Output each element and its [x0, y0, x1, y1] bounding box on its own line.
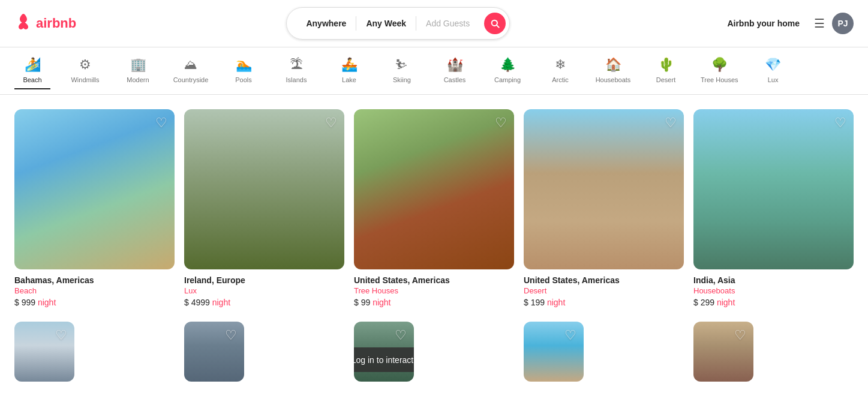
wishlist-button-ireland[interactable]: ♡ [325, 116, 337, 130]
listing-category-bahamas: Beach [14, 286, 175, 295]
wishlist-button-india[interactable]: ♡ [834, 116, 846, 130]
category-label-desert: Desert [656, 76, 675, 83]
category-item-countryside[interactable]: ⛰ Countryside [173, 57, 209, 89]
listing-price-india: $ 299 night [693, 298, 854, 307]
search-add-guests[interactable]: Add Guests [416, 19, 479, 28]
listing-price-unit-usa-desert: night [547, 298, 565, 307]
partial-listing-card-villa[interactable]: ♡ [693, 322, 854, 382]
svg-line-1 [497, 25, 499, 28]
partial-listing-card-beach2[interactable]: ♡ [524, 322, 684, 382]
category-label-pools: Pools [235, 76, 252, 83]
partial-listing-card-mountain2[interactable]: ♡ [184, 322, 344, 382]
category-item-skiing[interactable]: ⛷ Skiing [384, 57, 420, 89]
avatar[interactable]: PJ [832, 13, 854, 34]
category-item-arctic[interactable]: ❄ Arctic [542, 57, 578, 89]
category-icon-skiing: ⛷ [395, 57, 409, 73]
category-icon-pools: 🏊 [236, 57, 252, 73]
partial-listing-card-forest[interactable]: ♡ → Log in to interact ··· [354, 322, 514, 382]
category-item-beach[interactable]: 🏄 Beach [14, 57, 50, 89]
partial-listing-image-beach2: ♡ [524, 322, 584, 382]
category-item-camping[interactable]: 🌲 Camping [489, 57, 525, 89]
category-icon-houseboats: 🏠 [605, 57, 621, 73]
search-bar: Anywhere Any Week Add Guests [286, 7, 510, 40]
header-right: Airbnb your home ☰ PJ [720, 13, 854, 34]
listing-location-bahamas: Bahamas, Americas [14, 275, 175, 285]
logo[interactable]: airbnb [14, 13, 76, 35]
wishlist-button-usa-tree[interactable]: ♡ [495, 116, 507, 130]
listing-image-usa-tree: ♡ [354, 109, 514, 269]
category-item-windmills[interactable]: ⚙ Windmills [67, 57, 103, 89]
category-label-arctic: Arctic [552, 76, 569, 83]
partial-listing-image-forest: ♡ → Log in to interact ··· [354, 322, 414, 382]
partial-listing-image-mountain1: ♡ [14, 322, 74, 382]
partial-listing-image-mountain2: ♡ [184, 322, 244, 382]
wishlist-button-bahamas[interactable]: ♡ [155, 116, 167, 130]
listing-category-india: Houseboats [693, 286, 854, 295]
listing-price-ireland: $ 4999 night [184, 298, 344, 307]
listing-location-ireland: Ireland, Europe [184, 275, 344, 285]
category-icon-tree-houses: 🌳 [711, 57, 728, 73]
category-icon-arctic: ❄ [555, 57, 566, 73]
menu-button[interactable]: ☰ [814, 16, 825, 31]
category-item-lux[interactable]: 💎 Lux [755, 57, 791, 89]
partial-wishlist-button-beach2[interactable]: ♡ [564, 329, 576, 342]
category-item-houseboats[interactable]: 🏠 Houseboats [595, 57, 631, 89]
category-label-skiing: Skiing [393, 76, 411, 83]
header: airbnb Anywhere Any Week Add Guests Airb… [0, 0, 868, 47]
logo-text: airbnb [36, 16, 76, 31]
listing-card-india[interactable]: ♡ India, Asia Houseboats $ 299 night [693, 109, 854, 307]
airbnb-home-button[interactable]: Airbnb your home [720, 14, 807, 33]
partial-wishlist-button-forest[interactable]: ♡ [395, 329, 407, 342]
listing-price-unit-ireland: night [212, 298, 230, 307]
listing-image-ireland: ♡ [184, 109, 344, 269]
listing-card-bahamas[interactable]: ♡ Bahamas, Americas Beach $ 999 night [14, 109, 175, 307]
category-icon-desert: 🌵 [658, 57, 674, 73]
category-label-castles: Castles [444, 76, 466, 83]
partial-wishlist-button-mountain2[interactable]: ♡ [225, 329, 237, 342]
category-icon-windmills: ⚙ [79, 57, 91, 73]
category-icon-modern: 🏢 [130, 57, 146, 73]
category-item-castles[interactable]: 🏰 Castles [437, 57, 473, 89]
category-item-modern[interactable]: 🏢 Modern [120, 57, 156, 89]
category-icon-countryside: ⛰ [184, 57, 197, 73]
listing-card-usa-desert[interactable]: ♡ United States, Americas Desert $ 199 n… [524, 109, 684, 307]
partial-listing-card-mountain1[interactable]: ♡ [14, 322, 175, 382]
listing-location-usa-desert: United States, Americas [524, 275, 684, 285]
listing-category-usa-desert: Desert [524, 286, 684, 295]
category-icon-camping: 🌲 [500, 57, 516, 73]
category-icon-islands: 🏝 [290, 57, 303, 73]
listing-info-usa-desert: United States, Americas Desert $ 199 nig… [524, 269, 684, 307]
listing-grid: ♡ Bahamas, Americas Beach $ 999 night ♡ … [14, 109, 854, 307]
category-item-pools[interactable]: 🏊 Pools [226, 57, 262, 89]
partial-wishlist-button-mountain1[interactable]: ♡ [55, 329, 67, 342]
search-button[interactable] [484, 13, 506, 34]
category-item-tree-houses[interactable]: 🌳 Tree Houses [701, 57, 738, 89]
search-any-week[interactable]: Any Week [356, 19, 416, 28]
category-item-islands[interactable]: 🏝 Islands [278, 57, 314, 89]
login-overlay[interactable]: → Log in to interact ··· [354, 347, 414, 372]
listing-info-india: India, Asia Houseboats $ 299 night [693, 269, 854, 307]
partial-wishlist-button-villa[interactable]: ♡ [734, 329, 746, 342]
listing-price-unit-india: night [717, 298, 735, 307]
listing-image-bahamas: ♡ [14, 109, 175, 269]
search-anywhere[interactable]: Anywhere [296, 19, 356, 28]
listing-image-india: ♡ [693, 109, 854, 269]
category-label-countryside: Countryside [173, 76, 209, 83]
category-icon-beach: 🏄 [25, 57, 41, 73]
category-icon-lake: 🚣 [341, 57, 358, 73]
listing-category-ireland: Lux [184, 286, 344, 295]
listing-price-unit-usa-tree: night [373, 298, 391, 307]
listing-info-usa-tree: United States, Americas Tree Houses $ 99… [354, 269, 514, 307]
listing-info-ireland: Ireland, Europe Lux $ 4999 night [184, 269, 344, 307]
wishlist-button-usa-desert[interactable]: ♡ [665, 116, 677, 130]
category-item-desert[interactable]: 🌵 Desert [648, 57, 684, 89]
category-label-tree-houses: Tree Houses [701, 76, 738, 83]
category-item-lake[interactable]: 🚣 Lake [331, 57, 367, 89]
airbnb-logo-icon [14, 13, 32, 35]
listing-price-bahamas: $ 999 night [14, 298, 175, 307]
listing-info-bahamas: Bahamas, Americas Beach $ 999 night [14, 269, 175, 307]
category-icon-castles: 🏰 [447, 57, 463, 73]
login-overlay-text: Log in to interact [354, 355, 413, 365]
listing-card-usa-tree[interactable]: ♡ United States, Americas Tree Houses $ … [354, 109, 514, 307]
listing-card-ireland[interactable]: ♡ Ireland, Europe Lux $ 4999 night [184, 109, 344, 307]
